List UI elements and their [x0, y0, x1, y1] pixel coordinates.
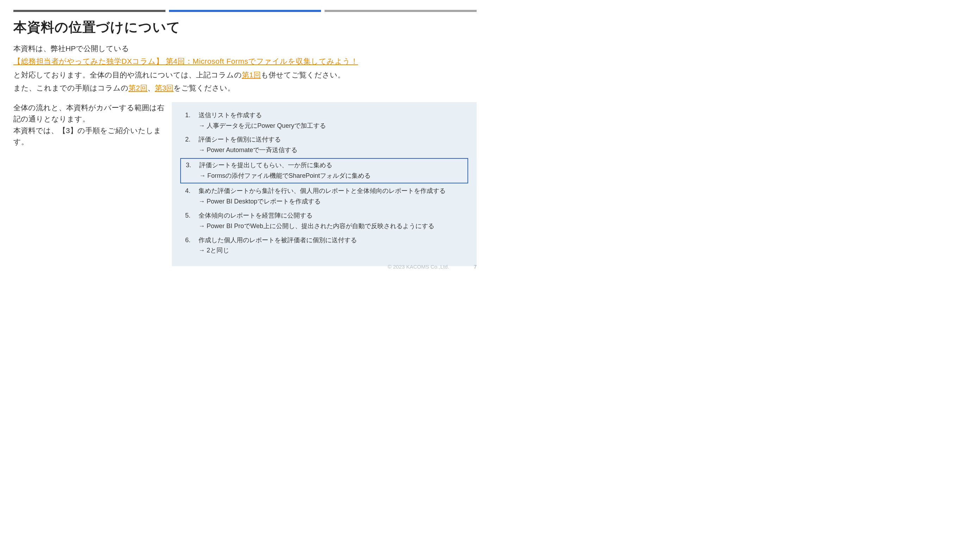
step-title: 集めた評価シートから集計を行い、個人用のレポートと全体傾向のレポートを作成する [199, 187, 445, 194]
footer: © 2023 KACOMS Co.,Ltd. 7 [388, 264, 477, 270]
page-number: 7 [474, 264, 477, 270]
context-paragraph-1: と対応しております。全体の目的や流れについては、上記コラムの第1回も併せてご覧く… [13, 69, 477, 81]
para1-text-a: と対応しております。全体の目的や流れについては、上記コラムの [13, 71, 242, 79]
step-title: 評価シートを個別に送付する [199, 136, 281, 143]
accent-bar-3 [325, 10, 477, 12]
step-title: 送信リストを作成する [199, 111, 262, 119]
slide-container: 本資料の位置づけについて 本資料は、弊社HPで公開している 【総務担当者がやって… [0, 0, 490, 276]
step-sub: → Power Automateで一斉送信する [199, 145, 468, 155]
top-accent-bars [13, 0, 477, 12]
steps-list: 送信リストを作成する→ 人事データを元にPower Queryで加工する評価シー… [180, 108, 468, 258]
steps-box: 送信リストを作成する→ 人事データを元にPower Queryで加工する評価シー… [172, 102, 477, 267]
copyright-text: © 2023 KACOMS Co.,Ltd. [388, 264, 449, 270]
step-sub: → Power BI ProでWeb上に公開し、提出された内容が自動で反映される… [199, 221, 468, 231]
intro-text: 本資料は、弊社HPで公開している [13, 43, 477, 54]
para1-text-b: も併せてご覧ください。 [261, 71, 345, 79]
link-ep1[interactable]: 第1回 [242, 71, 261, 79]
step-title: 作成した個人用のレポートを被評価者に個別に送付する [199, 237, 357, 243]
step-sub: → 人事データを元にPower Queryで加工する [199, 121, 468, 131]
step-sub: → 2と同じ [199, 246, 468, 256]
link-ep2[interactable]: 第2回 [129, 84, 148, 92]
step-sub: → Formsの添付ファイル機能でSharePointフォルダに集める [199, 171, 468, 181]
context-paragraph-2: また、これまでの手順はコラムの第2回、第3回をご覧ください。 [13, 82, 477, 94]
step-item-2: 評価シートを個別に送付する→ Power Automateで一斉送信する [180, 133, 468, 157]
page-title: 本資料の位置づけについて [13, 18, 477, 36]
para2-text-b: をご覧ください。 [173, 84, 235, 92]
link-ep3[interactable]: 第3回 [155, 84, 174, 92]
step-item-6: 作成した個人用のレポートを被評価者に個別に送付する→ 2と同じ [180, 234, 468, 258]
para2-text-mid: 、 [148, 84, 155, 92]
para2-text-a: また、これまでの手順はコラムの [13, 84, 129, 92]
step-title: 評価シートを提出してもらい、一か所に集める [199, 162, 332, 169]
left-description: 全体の流れと、本資料がカバーする範囲は右記の通りとなります。本資料では、【3】の… [13, 102, 165, 148]
step-sub: → Power BI Desktopでレポートを作成する [199, 197, 468, 207]
accent-bar-2 [169, 10, 321, 12]
step-item-3: 評価シートを提出してもらい、一か所に集める→ Formsの添付ファイル機能でSh… [180, 158, 468, 183]
accent-bar-1 [13, 10, 165, 12]
content-row: 全体の流れと、本資料がカバーする範囲は右記の通りとなります。本資料では、【3】の… [13, 102, 477, 267]
main-column-link[interactable]: 【総務担当者がやってみた独学DXコラム】 第4回：Microsoft Forms… [13, 56, 358, 66]
step-title: 全体傾向のレポートを経営陣に公開する [199, 212, 313, 219]
step-item-5: 全体傾向のレポートを経営陣に公開する→ Power BI ProでWeb上に公開… [180, 209, 468, 234]
step-item-1: 送信リストを作成する→ 人事データを元にPower Queryで加工する [180, 108, 468, 133]
step-item-4: 集めた評価シートから集計を行い、個人用のレポートと全体傾向のレポートを作成する→… [180, 184, 468, 209]
